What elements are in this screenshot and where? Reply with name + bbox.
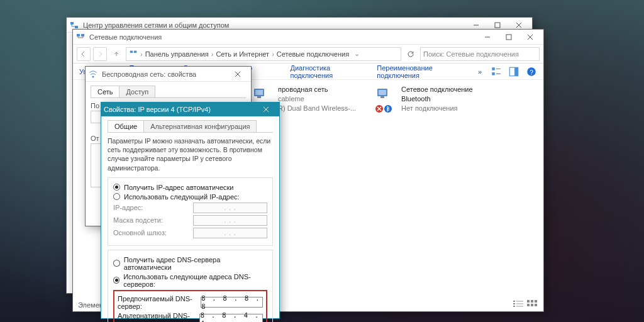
- wireless-icon: [88, 69, 98, 79]
- item-title: проводная сеть: [278, 85, 356, 94]
- tab-bar: Общие Альтернативная конфигурация: [108, 120, 273, 133]
- item-detail: R) Dual Band Wireless-...: [278, 104, 356, 113]
- breadcrumb-item[interactable]: Сеть и Интернет: [216, 50, 269, 58]
- item-detail: Нет подключения: [401, 104, 473, 113]
- svg-rect-8: [492, 67, 495, 70]
- svg-rect-2: [495, 23, 500, 28]
- ip-address-label: IP-адрес:: [113, 204, 143, 211]
- breadcrumb-item[interactable]: Панель управления: [145, 50, 209, 58]
- breadcrumb-item[interactable]: Сетевые подключения: [277, 50, 349, 58]
- item-title: Сетевое подключение: [401, 85, 473, 94]
- svg-rect-26: [513, 306, 515, 307]
- dns-group: Получить адрес DNS-сервера автоматически…: [108, 250, 273, 322]
- refresh-button[interactable]: [404, 47, 418, 61]
- back-button[interactable]: [77, 47, 91, 61]
- help-icon[interactable]: ?: [526, 66, 537, 77]
- window-title: Сетевые подключения: [89, 33, 162, 41]
- svg-rect-22: [513, 301, 515, 302]
- svg-rect-23: [516, 301, 523, 302]
- svg-rect-19: [380, 96, 384, 98]
- titlebar[interactable]: Беспроводная сеть: свойства: [86, 67, 251, 82]
- titlebar[interactable]: Сетевые подключения: [73, 30, 543, 45]
- svg-rect-30: [535, 300, 537, 303]
- gateway-field: . . .: [193, 228, 267, 238]
- tab-alt-config[interactable]: Альтернативная конфигурация: [143, 120, 257, 132]
- item-subtitle: Bluetooth: [401, 94, 473, 104]
- status-bar: Элемен: [78, 301, 103, 309]
- svg-rect-25: [516, 303, 523, 304]
- svg-rect-11: [514, 67, 518, 76]
- svg-rect-31: [527, 304, 530, 306]
- svg-rect-32: [531, 304, 533, 306]
- bluetooth-adapter-icon: [375, 85, 396, 113]
- chevron-right-icon: ›: [211, 50, 214, 58]
- gateway-label: Основной шлюз:: [113, 229, 167, 236]
- info-text: Параметры IP можно назначать автоматичес…: [108, 136, 273, 172]
- window-title: Свойства: IP версии 4 (TCP/IPv4): [104, 106, 211, 113]
- window-title: Беспроводная сеть: свойства: [102, 70, 196, 78]
- tab-general[interactable]: Общие: [108, 120, 144, 132]
- svg-rect-9: [492, 72, 495, 75]
- ip-group: Получить IP-адрес автоматически Использо…: [108, 177, 273, 246]
- error-icon: [375, 104, 384, 113]
- svg-rect-24: [513, 303, 515, 304]
- network-connections-icon: [129, 49, 138, 59]
- network-connections-icon: [75, 32, 86, 42]
- svg-text:?: ?: [530, 69, 533, 75]
- preferred-dns-field[interactable]: 8 . 8 . 8 . 8: [201, 297, 263, 308]
- minimize-button[interactable]: [477, 30, 498, 44]
- dns-highlight: Предпочитаемый DNS-сервер:8 . 8 . 8 . 8 …: [113, 290, 267, 322]
- window-title: Центр управления сетями и общим доступом: [83, 21, 229, 29]
- close-button[interactable]: [255, 103, 277, 116]
- up-button[interactable]: [109, 47, 123, 61]
- search-placeholder: Поиск: Сетевые подключения: [423, 50, 519, 58]
- radio-dns-manual[interactable]: Использовать следующие адреса DNS-сервер…: [113, 273, 267, 288]
- svg-rect-4: [81, 34, 84, 36]
- view-options-icon[interactable]: [491, 66, 502, 77]
- radio-ip-auto[interactable]: Получить IP-адрес автоматически: [113, 184, 267, 191]
- svg-rect-29: [531, 300, 533, 303]
- subnet-mask-label: Маска подсети:: [113, 216, 163, 224]
- radio-dns-auto[interactable]: Получить адрес DNS-сервера автоматически: [113, 256, 267, 271]
- titlebar[interactable]: Свойства: IP версии 4 (TCP/IPv4): [101, 103, 279, 116]
- forward-button[interactable]: [93, 47, 107, 61]
- tab-bar: Сеть Доступ: [91, 86, 246, 98]
- svg-rect-28: [527, 300, 530, 303]
- subnet-mask-field: . . .: [193, 215, 267, 226]
- breadcrumb[interactable]: › Панель управления › Сеть и Интернет › …: [126, 47, 401, 61]
- svg-rect-27: [516, 306, 523, 307]
- maximize-button[interactable]: [498, 30, 519, 44]
- item-subtitle: cableme: [278, 94, 356, 104]
- close-button[interactable]: [227, 67, 248, 81]
- overflow-button[interactable]: »: [478, 68, 482, 75]
- tab-access[interactable]: Доступ: [119, 86, 155, 97]
- svg-rect-5: [506, 35, 511, 40]
- chevron-right-icon: ›: [272, 50, 274, 58]
- diagnose-button[interactable]: Диагностика подключения: [290, 64, 368, 79]
- list-item[interactable]: Сетевое подключение Bluetooth Нет подклю…: [375, 85, 473, 113]
- svg-rect-6: [130, 50, 133, 53]
- svg-rect-0: [70, 22, 74, 25]
- search-input[interactable]: Поиск: Сетевые подключения: [420, 47, 540, 61]
- view-mode-icons[interactable]: [513, 300, 537, 308]
- bluetooth-icon: [384, 104, 392, 113]
- svg-rect-33: [535, 304, 537, 306]
- svg-rect-16: [257, 96, 261, 98]
- alternate-dns-field[interactable]: 8 . 8 . 4 . 4: [199, 314, 263, 322]
- svg-rect-18: [379, 90, 386, 95]
- alternate-dns-label: Альтернативный DNS-сервер:: [118, 312, 199, 322]
- close-button[interactable]: [519, 30, 541, 44]
- radio-ip-manual[interactable]: Использовать следующий IP-адрес:: [113, 193, 267, 201]
- chevron-right-icon: ›: [140, 50, 143, 58]
- preview-pane-icon[interactable]: [508, 66, 519, 77]
- svg-rect-7: [134, 50, 136, 53]
- tab-network[interactable]: Сеть: [91, 86, 119, 97]
- ipv4-properties-dialog: Свойства: IP версии 4 (TCP/IPv4) Общие А…: [101, 102, 280, 319]
- preferred-dns-label: Предпочитаемый DNS-сервер:: [118, 295, 201, 310]
- svg-rect-15: [255, 90, 263, 95]
- chevron-down-icon[interactable]: ⌄: [354, 50, 360, 58]
- rename-button[interactable]: Переименование подключения: [377, 64, 469, 79]
- address-bar-row: › Панель управления › Сеть и Интернет › …: [73, 45, 543, 64]
- svg-rect-3: [77, 34, 80, 36]
- svg-point-34: [92, 75, 94, 77]
